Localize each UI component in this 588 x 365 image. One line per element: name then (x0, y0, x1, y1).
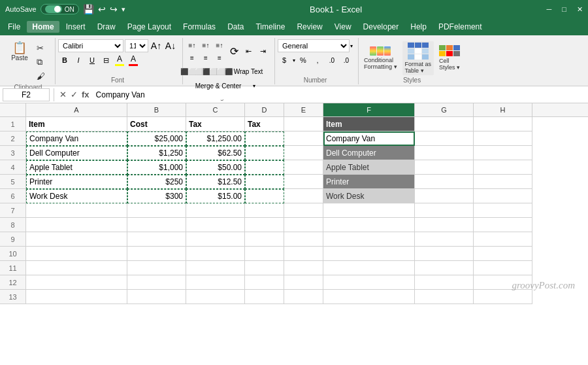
menu-review[interactable]: Review (291, 21, 327, 33)
cell-a13[interactable] (26, 290, 127, 304)
cell-d3[interactable] (245, 146, 284, 160)
indent-decrease-button[interactable]: ⇤ (242, 45, 255, 58)
more-tools-icon[interactable]: ▾ (122, 5, 125, 14)
cell-d8[interactable] (245, 218, 284, 232)
cell-b2[interactable]: $25,000 (127, 131, 186, 146)
cell-f13[interactable] (323, 290, 415, 304)
row-num-12[interactable]: 12 (0, 275, 26, 290)
cell-b13[interactable] (127, 290, 186, 304)
cell-a7[interactable] (26, 203, 127, 218)
dollar-button[interactable]: $ (278, 54, 291, 67)
cell-g6[interactable] (415, 189, 474, 203)
cell-b6[interactable]: $300 (127, 189, 186, 203)
col-header-f[interactable]: F (323, 103, 415, 116)
indent-increase-button[interactable]: ⇥ (256, 45, 269, 58)
cell-a8[interactable] (26, 218, 127, 232)
row-num-10[interactable]: 10 (0, 247, 26, 261)
cell-e2[interactable] (284, 131, 323, 146)
confirm-formula-icon[interactable]: ✓ (69, 88, 79, 101)
cell-styles-button[interactable]: CellStyles ▾ (436, 44, 463, 72)
cell-c10[interactable] (186, 247, 245, 261)
minimize-button[interactable]: ─ (547, 5, 552, 14)
cell-a2[interactable]: Company Van (26, 131, 127, 146)
menu-view[interactable]: View (329, 21, 357, 33)
cell-d7[interactable] (245, 203, 284, 218)
menu-home[interactable]: Home (27, 21, 59, 33)
align-top-left-button[interactable]: ≡↑ (186, 39, 199, 51)
menu-insert[interactable]: Insert (61, 21, 91, 33)
maximize-button[interactable]: □ (562, 5, 566, 14)
cell-a12[interactable] (26, 275, 127, 290)
row-num-6[interactable]: 6 (0, 189, 26, 203)
cell-h11[interactable] (474, 261, 532, 275)
cell-a11[interactable] (26, 261, 127, 275)
cell-a1[interactable]: Item (26, 117, 127, 131)
paste-button[interactable]: 📋 Paste (7, 41, 33, 63)
row-num-2[interactable]: 2 (0, 131, 26, 146)
row-num-7[interactable]: 7 (0, 203, 26, 218)
bold-button[interactable]: B (58, 54, 71, 67)
menu-data[interactable]: Data (222, 21, 249, 33)
cell-h7[interactable] (474, 203, 532, 218)
cell-h13[interactable] (474, 290, 532, 304)
cell-b12[interactable] (127, 275, 186, 290)
cell-g5[interactable] (415, 175, 474, 189)
formula-input[interactable] (93, 90, 585, 99)
menu-help[interactable]: Help (405, 21, 432, 33)
cell-e8[interactable] (284, 218, 323, 232)
close-button[interactable]: ✕ (577, 5, 583, 14)
italic-button[interactable]: I (72, 54, 85, 67)
cell-g11[interactable] (415, 261, 474, 275)
orientation-button[interactable]: ⟳ (227, 45, 240, 58)
cell-d12[interactable] (245, 275, 284, 290)
col-header-g[interactable]: G (415, 103, 474, 116)
cell-c3[interactable]: $62.50 (186, 146, 245, 160)
decrease-decimal-button[interactable]: .0 (340, 54, 353, 67)
col-header-b[interactable]: B (127, 103, 186, 116)
cell-e1[interactable] (284, 117, 323, 131)
cell-b1[interactable]: Cost (127, 117, 186, 131)
align-mid-center-button[interactable]: ≡ (199, 52, 212, 63)
font-family-select[interactable]: Calibri (58, 39, 123, 52)
cell-b8[interactable] (127, 218, 186, 232)
cell-c13[interactable] (186, 290, 245, 304)
cell-f7[interactable]: 📋 ⊞(Ctrl) (323, 203, 415, 218)
redo-icon[interactable]: ↪ (110, 4, 118, 14)
fill-color-button[interactable]: A (113, 54, 126, 67)
percent-button[interactable]: % (297, 54, 310, 67)
cell-c5[interactable]: $12.50 (186, 175, 245, 189)
format-as-table-button[interactable]: Format asTable ▾ (402, 41, 434, 75)
cell-b10[interactable] (127, 247, 186, 261)
cell-g7[interactable] (415, 203, 474, 218)
increase-decimal-button[interactable]: .0 (325, 54, 338, 67)
menu-pdfelement[interactable]: PDFelement (433, 21, 487, 33)
increase-font-button[interactable]: A↑ (150, 39, 163, 52)
cell-h4[interactable] (474, 160, 532, 175)
cell-d5[interactable] (245, 175, 284, 189)
cell-g9[interactable] (415, 232, 474, 247)
row-num-8[interactable]: 8 (0, 218, 26, 232)
cell-d11[interactable] (245, 261, 284, 275)
menu-draw[interactable]: Draw (92, 21, 121, 33)
cell-b9[interactable] (127, 232, 186, 247)
cell-e11[interactable] (284, 261, 323, 275)
cell-h12[interactable] (474, 275, 532, 290)
row-num-4[interactable]: 4 (0, 160, 26, 175)
cell-h2[interactable] (474, 131, 532, 146)
cell-e5[interactable] (284, 175, 323, 189)
cell-f6[interactable]: Work Desk (323, 189, 415, 203)
menu-timeline[interactable]: Timeline (250, 21, 290, 33)
col-header-c[interactable]: C (186, 103, 245, 116)
cell-e12[interactable] (284, 275, 323, 290)
col-header-a[interactable]: A (26, 103, 127, 116)
align-top-right-button[interactable]: ≡↑ (213, 39, 226, 51)
cell-d1[interactable]: Tax (245, 117, 284, 131)
row-num-3[interactable]: 3 (0, 146, 26, 160)
undo-icon[interactable]: ↩ (98, 4, 106, 14)
cell-c11[interactable] (186, 261, 245, 275)
cell-f8[interactable] (323, 218, 415, 232)
cell-f1[interactable]: Item (323, 117, 415, 131)
cell-c12[interactable] (186, 275, 245, 290)
col-header-h[interactable]: H (474, 103, 532, 116)
cell-g1[interactable] (415, 117, 474, 131)
